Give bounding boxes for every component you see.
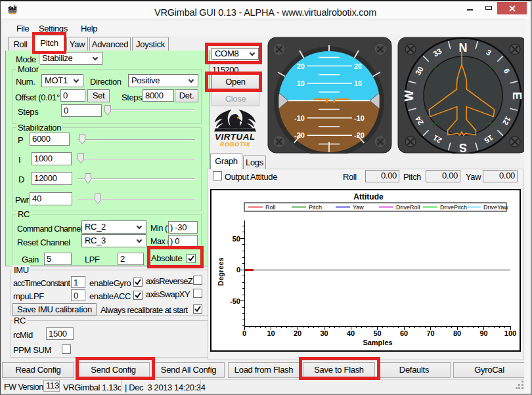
- svg-text:0: 0: [242, 329, 246, 337]
- svg-text:Degrees: Degrees: [217, 257, 225, 285]
- svg-text:-50: -50: [230, 297, 240, 305]
- svg-text:20: 20: [297, 62, 305, 70]
- svg-text:Samples: Samples: [363, 339, 392, 346]
- svg-text:DriveRoll: DriveRoll: [396, 204, 420, 211]
- svg-text:S: S: [459, 141, 467, 154]
- svg-text:20: 20: [294, 329, 301, 337]
- svg-text:Roll: Roll: [265, 204, 276, 211]
- svg-text:40: 40: [347, 329, 355, 337]
- svg-text:W: W: [403, 91, 416, 102]
- svg-text:100: 100: [504, 329, 516, 337]
- svg-text:10: 10: [297, 79, 305, 87]
- svg-text:10: 10: [354, 79, 362, 87]
- svg-text:50: 50: [373, 329, 381, 337]
- svg-text:DriveYaw: DriveYaw: [483, 204, 508, 211]
- svg-text:-10: -10: [354, 114, 365, 122]
- svg-text:80: 80: [453, 329, 461, 337]
- svg-text:Attitude: Attitude: [353, 192, 384, 201]
- svg-text:10: 10: [267, 329, 275, 337]
- svg-text:-10: -10: [294, 114, 305, 122]
- svg-text:60: 60: [400, 329, 408, 337]
- svg-text:20: 20: [354, 62, 362, 70]
- svg-text:70: 70: [426, 329, 434, 337]
- svg-text:Pitch: Pitch: [309, 204, 322, 211]
- svg-text:VIRTUAL: VIRTUAL: [215, 132, 255, 142]
- svg-text:90: 90: [479, 329, 487, 337]
- svg-text:30: 30: [320, 329, 328, 337]
- svg-text:0: 0: [236, 266, 240, 274]
- svg-text:ROBOTIX: ROBOTIX: [220, 141, 251, 148]
- svg-text:Yaw: Yaw: [353, 204, 364, 211]
- svg-text:-20: -20: [294, 131, 305, 139]
- svg-text:E: E: [510, 92, 523, 100]
- svg-text:50: 50: [233, 235, 240, 243]
- svg-text:N: N: [459, 41, 468, 54]
- svg-text:DrivePitch: DrivePitch: [440, 204, 467, 211]
